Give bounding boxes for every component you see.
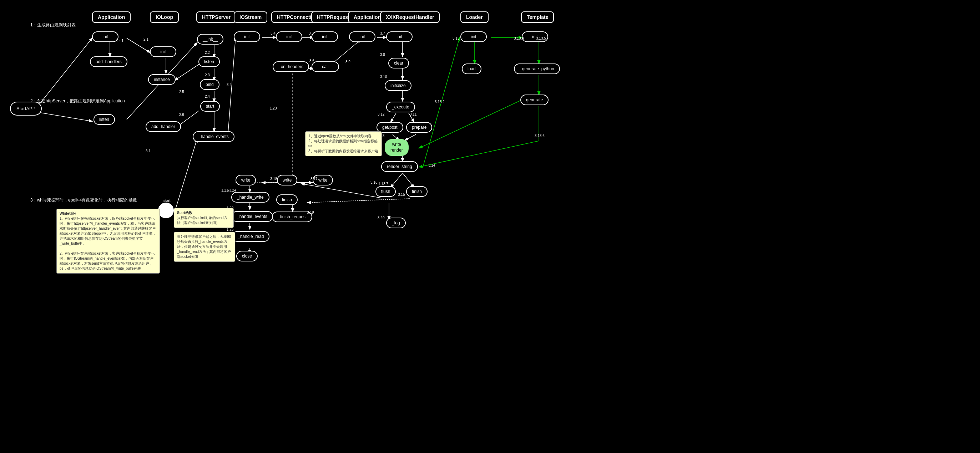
label-23: 2.3 [205,73,210,77]
node-httpserver-handle-events: _handle_events [193,131,234,142]
node-app-listen: listen [94,114,115,125]
node-xxx-prepare: prepare [406,122,432,133]
label-311: 3.11 [410,112,417,116]
node-app2-init: __init__ [349,32,375,42]
col-header-template: Template [521,11,554,23]
col-header-iostream: IOStream [234,11,267,23]
node-xxx-render-string: render_string [381,161,418,172]
svg-line-12 [228,37,235,137]
label-320: 3.20 [378,216,384,220]
col-header-xxxhandler: XXXRequestHandler [380,11,440,23]
label-1135: 3.13.5 [536,37,546,40]
label-22: 2.2 [205,51,210,54]
node-httpserver-init: __init__ [197,34,223,45]
label-32: 3.2 [227,83,232,87]
node-httpreq-init: __init__ [312,32,338,42]
svg-line-0 [38,38,92,105]
svg-line-34 [302,184,381,198]
label-35: 3.5 [309,32,314,35]
node-template-generate-python: _generate_python [514,64,560,74]
node-iostream-handle-read: _handle_read [232,231,269,242]
svg-line-33 [402,173,414,187]
node-httpserver-bind: bind [200,79,220,90]
annotation-start-func: Start函数 执行客户端socket对象的send方法（客户端socket来关… [174,208,234,228]
node-xxx-initialize: initialize [385,80,412,91]
label-1136: 3.13.6 [535,134,545,138]
node-httpconn-finish-request: _finish_request [272,211,312,222]
col-header-application1: Application [92,11,130,23]
col-header-httpserver: HTTPServer [196,11,236,23]
node-iostream-write: write [235,175,256,186]
diagram-container: 1：生成路由规则映射表 2：创建httpServer，把路由规则绑定到Appli… [0,0,980,453]
label-37: 3.7 [380,32,385,35]
node-httpconn-finish: finish [276,194,298,205]
annotation-render-note: 1、通过open函数从html文件中读取内容 2、将处理请求后的数据解析到htm… [305,131,382,156]
node-app-init: __init__ [92,32,118,42]
label-316: 3.16 [371,181,377,184]
label-314: 3.14 [428,164,435,167]
label-312: 3.12 [378,112,384,116]
node-template-generate: generate [520,95,549,105]
label-1133: 3.13.3 [453,37,463,40]
label-39: 3.9 [345,60,350,64]
svg-line-43 [175,139,197,211]
node-xxx-write-render: writerender [385,139,409,156]
label-123: 1.23 [270,106,277,110]
node-iostream-handle-events: _handle_events [231,211,273,222]
node-xxx-finish: finish [406,186,428,197]
node-xxx-flush: flush [375,186,396,197]
label-319: 3.19 [307,210,314,215]
node-iostream-handle-write: _handle_write [231,192,269,203]
svg-line-22 [405,135,416,140]
label-25: 2.5 [179,90,184,94]
node-httpreq-call: __call__ [312,61,339,72]
label-34: 3.4 [270,32,275,35]
node-xxx-clear: clear [388,58,409,68]
node-ioloop-add-handler: add_handler [146,121,181,132]
label-24: 2.4 [205,95,210,99]
annotation-after-read: 当处理完请求客户端之后，大概90秒后会再执行_handle_events方法，但… [174,232,235,262]
label-38: 3.8 [380,53,385,57]
step3-label: 3：while死循环时，epoll中有数变化时，执行相应的函数 [30,197,137,203]
node-httpserver-start: start [200,101,220,112]
svg-line-1 [38,112,92,121]
svg-line-19 [391,113,396,122]
node-httpserver-listen: listen [199,56,220,67]
col-header-ioloop: IOLoop [150,11,179,23]
label-26: 2.6 [179,113,184,117]
node-app-add-handlers: add_handlers [90,56,127,67]
label-21: 2.1 [143,37,148,41]
label-310: 3.10 [380,75,387,79]
node-ioloop-start-circle [158,203,174,218]
node-startapp: StartAPP [10,102,42,116]
label-1132: 3.13.2 [435,100,445,104]
label-1137: 1.13.7 [378,182,388,186]
svg-line-29 [419,100,522,148]
node-xxx-init: __init__ [386,32,412,42]
node-loader-init: __init__ [460,32,487,42]
node-httpconn-write: write [277,175,297,186]
node-ioloop-init: __init__ [150,46,176,57]
label-start: start [164,199,170,203]
svg-line-32 [391,173,402,187]
annotation-while-loop: While循环 1、while循环服务端socket对象；服务端socket句柄… [56,209,160,273]
step1-label: 1：生成路由规则映射表 [30,22,76,28]
svg-line-9 [175,64,199,80]
node-ioloop-instance: instance [148,74,176,85]
node-xxx-log: _log [386,218,406,228]
label-1134: 3.13.4 [514,37,524,40]
label-317: 3.17 [310,177,317,181]
node-iostream-close: close [236,251,258,261]
node-loader-load: load [462,64,481,74]
label-318: 3.18 [270,177,277,181]
svg-line-35 [308,199,410,203]
label-121-324: 1.21/3.24 [221,188,236,192]
label-125: 1.25 [227,227,234,232]
node-xxx-execute: _execute [386,102,415,112]
label-11: 1：1 [116,38,124,43]
step2-label: 2：创建httpServer，把路由规则绑定到Application [30,98,125,104]
node-httpconn-init: __init__ [276,32,302,42]
node-httpconn-on-headers: _on_headers [273,61,309,72]
label-315: 3.15 [398,192,405,197]
label-31: 3.1 [146,149,151,153]
